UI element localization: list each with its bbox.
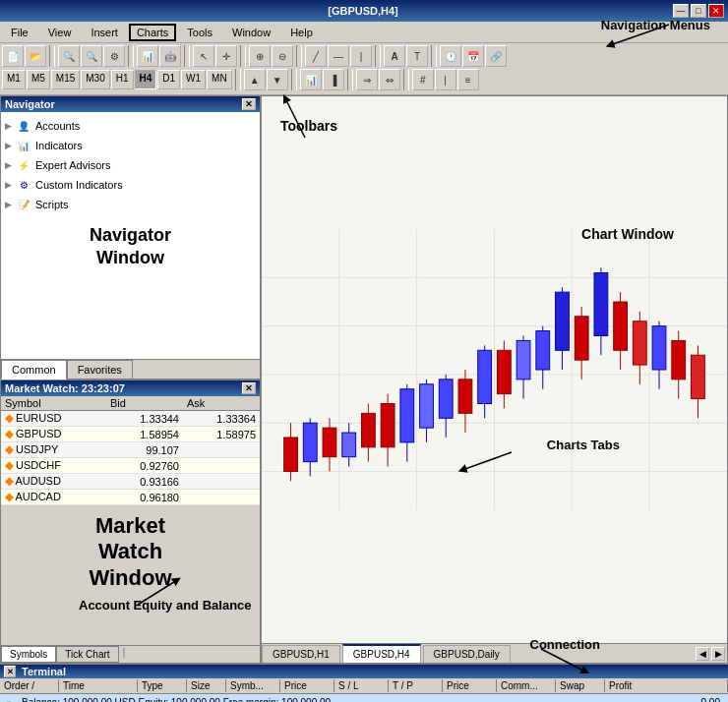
terminal-close-btn[interactable]: ✕ — [4, 666, 16, 677]
clock-button[interactable]: 🕐 — [440, 45, 461, 67]
svg-rect-40 — [556, 292, 570, 350]
tf-m1[interactable]: M1 — [2, 70, 26, 89]
bar-button[interactable]: ▐ — [323, 69, 344, 90]
col-comm: Comm... — [497, 679, 556, 692]
tb-sep-10 — [403, 69, 409, 90]
shift-button[interactable]: ⇔ — [379, 69, 400, 90]
menu-insert[interactable]: Insert — [82, 24, 127, 41]
new-chart-button[interactable]: 📄 — [2, 45, 24, 67]
navigator-close-btn[interactable]: ✕ — [242, 98, 256, 110]
market-watch-row[interactable]: ◆ USDCHF 0.92760 — [1, 458, 260, 474]
market-watch-row[interactable]: ◆ EURUSD 1.33344 1.33364 — [1, 411, 260, 427]
expand-indicators-icon: ▶ — [5, 141, 12, 150]
menu-tools[interactable]: Tools — [178, 24, 221, 41]
connect-button[interactable]: 🔗 — [485, 45, 507, 67]
ask-cell: 1.58975 — [183, 427, 260, 442]
symbol-cell: ◆ USDJPY — [1, 442, 106, 458]
text-button[interactable]: A — [384, 45, 405, 67]
open-button[interactable]: 📂 — [25, 45, 46, 67]
market-watch-row[interactable]: ◆ AUDUSD 0.93166 — [1, 474, 260, 490]
expert-button[interactable]: 🤖 — [159, 45, 181, 67]
market-watch-row[interactable]: ◆ AUDCAD 0.96180 — [1, 490, 260, 505]
main-area: Navigator ✕ ▶ 👤 Accounts ▶ 📊 Indicators … — [0, 95, 728, 664]
period-sep-button[interactable]: | — [435, 69, 456, 90]
custom-icon: ⚙ — [16, 177, 31, 193]
up-arrow-button[interactable]: ▲ — [244, 69, 266, 90]
market-watch-row[interactable]: ◆ GBPUSD 1.58954 1.58975 — [1, 427, 260, 442]
arrow-button[interactable]: ↖ — [193, 45, 214, 67]
chart-scroll-right-btn[interactable]: ▶ — [711, 647, 725, 661]
autoscroll-button[interactable]: ⇒ — [356, 69, 378, 90]
menu-window[interactable]: Window — [223, 24, 279, 41]
volume-button[interactable]: ≡ — [457, 69, 479, 90]
nav-tab-common[interactable]: Common — [1, 360, 67, 380]
tf-mn[interactable]: MN — [207, 70, 232, 89]
chart-canvas[interactable] — [262, 96, 727, 643]
line-button[interactable]: ╱ — [305, 45, 327, 67]
svg-rect-28 — [439, 380, 453, 418]
menu-file[interactable]: File — [2, 24, 37, 41]
mw-tab-symbols[interactable]: Symbols — [1, 646, 56, 663]
svg-rect-46 — [614, 302, 628, 350]
tf-w1[interactable]: W1 — [181, 70, 206, 89]
chart-tab-daily[interactable]: GBPUSD,Daily — [423, 645, 511, 663]
navigator-window-label: NavigatorWindow — [5, 214, 256, 280]
tf-h4[interactable]: H4 — [135, 70, 157, 89]
zoom-in-button[interactable]: 🔍 — [58, 45, 80, 67]
tf-m5[interactable]: M5 — [27, 70, 50, 89]
zoom-out-button[interactable]: 🔍 — [81, 45, 102, 67]
bid-cell: 0.96180 — [106, 490, 183, 505]
minimize-button[interactable]: — — [673, 4, 689, 18]
grid-button[interactable]: # — [412, 69, 434, 90]
close-button[interactable]: ✕ — [708, 4, 724, 18]
indicators-label: Indicators — [35, 140, 83, 151]
ask-cell — [183, 442, 260, 458]
symbol-cell: ◆ AUDCAD — [1, 490, 106, 505]
ask-cell — [183, 474, 260, 490]
chart-scroll-left-btn[interactable]: ◀ — [696, 647, 709, 661]
svg-rect-54 — [692, 355, 705, 398]
symbol-cell: ◆ GBPUSD — [1, 427, 106, 442]
symbol-header: Symbol — [1, 396, 106, 411]
col-size: Size — [187, 679, 226, 692]
chart-tab-h4[interactable]: GBPUSD,H4 — [342, 644, 421, 663]
chart-type-button[interactable]: 📊 — [300, 69, 322, 90]
tf-d1[interactable]: D1 — [157, 70, 180, 89]
tree-item-scripts[interactable]: ▶ 📝 Scripts — [5, 195, 256, 214]
toolbar-area: 📄 📂 🔍 🔍 ⚙ 📊 🤖 ↖ ✛ ⊕ ⊖ ╱ — | A T 🕐 📅 🔗 M1… — [0, 43, 728, 95]
svg-rect-20 — [361, 413, 375, 446]
tf-h1[interactable]: H1 — [111, 70, 134, 89]
properties-button[interactable]: ⚙ — [103, 45, 125, 67]
tree-item-custom-indicators[interactable]: ▶ ⚙ Custom Indicators — [5, 175, 256, 195]
menu-charts[interactable]: Charts — [129, 24, 176, 41]
menu-help[interactable]: Help — [281, 24, 322, 41]
tb-sep-8 — [291, 69, 297, 90]
maximize-button[interactable]: □ — [691, 4, 706, 18]
col-sl: S / L — [334, 679, 389, 692]
svg-rect-32 — [478, 350, 492, 403]
tf-m30[interactable]: M30 — [81, 70, 109, 89]
market-watch-row[interactable]: ◆ USDJPY 99.107 — [1, 442, 260, 458]
tree-item-indicators[interactable]: ▶ 📊 Indicators — [5, 136, 256, 155]
zoom-minus-button[interactable]: ⊖ — [272, 45, 293, 67]
down-arrow-button[interactable]: ▼ — [267, 69, 288, 90]
menu-view[interactable]: View — [39, 24, 81, 41]
calendar-button[interactable]: 📅 — [462, 45, 484, 67]
expand-accounts-icon: ▶ — [5, 121, 12, 131]
left-panels: Navigator ✕ ▶ 👤 Accounts ▶ 📊 Indicators … — [0, 95, 261, 664]
mw-tab-tick[interactable]: Tick Chart — [56, 646, 118, 663]
crosshair-button[interactable]: ✛ — [215, 45, 237, 67]
zoom-plus-button[interactable]: ⊕ — [249, 45, 271, 67]
market-watch-close-btn[interactable]: ✕ — [242, 382, 256, 394]
chart-tab-h1[interactable]: GBPUSD,H1 — [262, 645, 340, 663]
custom-label: Custom Indicators — [35, 179, 123, 191]
symbol-cell: ◆ EURUSD — [1, 411, 106, 427]
nav-tab-favorites[interactable]: Favorites — [67, 360, 133, 379]
vline-button[interactable]: | — [350, 45, 372, 67]
hline-button[interactable]: — — [328, 45, 349, 67]
tree-item-expert-advisors[interactable]: ▶ ⚡ Expert Advisors — [5, 155, 256, 175]
indicators-button[interactable]: 📊 — [137, 45, 158, 67]
tf-m15[interactable]: M15 — [51, 70, 80, 89]
tree-item-accounts[interactable]: ▶ 👤 Accounts — [5, 116, 256, 136]
text2-button[interactable]: T — [406, 45, 428, 67]
